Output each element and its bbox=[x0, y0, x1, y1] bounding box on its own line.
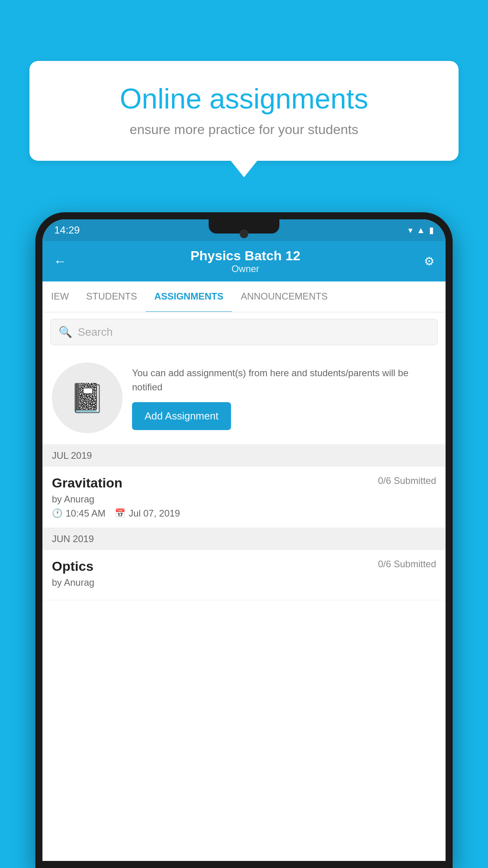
assignment-top-gravitation: Gravitation 0/6 Submitted bbox=[52, 475, 436, 491]
app-bar-subtitle: Owner bbox=[191, 263, 301, 274]
app-bar-title: Physics Batch 12 bbox=[191, 248, 301, 263]
calendar-icon-gravitation: 📅 bbox=[115, 508, 125, 519]
section-header-jun-label: JUN 2019 bbox=[52, 533, 94, 544]
phone-notch bbox=[209, 219, 279, 234]
clock-icon-gravitation: 🕐 bbox=[52, 508, 62, 519]
speech-bubble-container: Online assignments ensure more practice … bbox=[29, 61, 459, 161]
add-assignment-button[interactable]: Add Assignment bbox=[132, 402, 231, 430]
back-button[interactable]: ← bbox=[53, 254, 67, 269]
promo-content: You can add assignment(s) from here and … bbox=[132, 366, 436, 430]
section-header-jun: JUN 2019 bbox=[42, 528, 446, 550]
wifi-icon: ▾ bbox=[408, 225, 413, 235]
status-icons: ▾ ▲ ▮ bbox=[408, 225, 434, 235]
settings-button[interactable]: ⚙ bbox=[424, 254, 435, 268]
section-header-jul: JUL 2019 bbox=[42, 445, 446, 467]
app-bar: ← Physics Batch 12 Owner ⚙ bbox=[42, 241, 446, 281]
assignment-top-optics: Optics 0/6 Submitted bbox=[52, 559, 436, 574]
search-icon: 🔍 bbox=[59, 326, 72, 338]
assignment-submitted-gravitation: 0/6 Submitted bbox=[378, 475, 436, 486]
assignment-name-gravitation: Gravitation bbox=[52, 475, 122, 491]
assignment-name-optics: Optics bbox=[52, 559, 94, 574]
notebook-icon: 📓 bbox=[70, 381, 105, 415]
battery-icon: ▮ bbox=[429, 225, 434, 235]
promo-text: You can add assignment(s) from here and … bbox=[132, 366, 436, 394]
tab-assignments[interactable]: ASSIGNMENTS bbox=[146, 281, 232, 313]
phone-camera bbox=[240, 230, 248, 238]
assignment-date-gravitation: 📅 Jul 07, 2019 bbox=[115, 508, 180, 519]
section-header-jul-label: JUL 2019 bbox=[52, 450, 92, 461]
tab-iew[interactable]: IEW bbox=[42, 281, 77, 312]
assignment-date-value-gravitation: Jul 07, 2019 bbox=[128, 508, 180, 519]
assignment-time-value-gravitation: 10:45 AM bbox=[66, 508, 105, 519]
app-bar-center: Physics Batch 12 Owner bbox=[191, 248, 301, 274]
search-bar-container: 🔍 Search bbox=[42, 313, 446, 351]
speech-bubble-subtitle: ensure more practice for your students bbox=[55, 122, 433, 137]
tabs-bar: IEW STUDENTS ASSIGNMENTS ANNOUNCEMENTS bbox=[42, 281, 446, 313]
tab-announcements[interactable]: ANNOUNCEMENTS bbox=[232, 281, 336, 312]
speech-bubble-title: Online assignments bbox=[55, 83, 433, 115]
tab-students[interactable]: STUDENTS bbox=[77, 281, 145, 312]
assignment-time-gravitation: 🕐 10:45 AM bbox=[52, 508, 105, 519]
speech-bubble: Online assignments ensure more practice … bbox=[29, 61, 459, 161]
assignment-meta-gravitation: 🕐 10:45 AM 📅 Jul 07, 2019 bbox=[52, 508, 436, 519]
assignment-by-optics: by Anurag bbox=[52, 577, 436, 588]
search-bar[interactable]: 🔍 Search bbox=[50, 319, 438, 345]
promo-icon-circle: 📓 bbox=[52, 362, 123, 433]
phone-frame: 14:29 ▾ ▲ ▮ ← Physics Batch 12 Owner ⚙ I… bbox=[35, 212, 453, 868]
assignment-item-gravitation[interactable]: Gravitation 0/6 Submitted by Anurag 🕐 10… bbox=[42, 467, 446, 528]
phone-screen: 14:29 ▾ ▲ ▮ ← Physics Batch 12 Owner ⚙ I… bbox=[42, 219, 446, 861]
signal-icon: ▲ bbox=[416, 225, 425, 235]
assignment-submitted-optics: 0/6 Submitted bbox=[378, 559, 436, 570]
status-time: 14:29 bbox=[54, 224, 80, 236]
promo-section: 📓 You can add assignment(s) from here an… bbox=[42, 351, 446, 445]
assignment-by-gravitation: by Anurag bbox=[52, 494, 436, 505]
search-placeholder: Search bbox=[78, 326, 113, 338]
assignment-item-optics[interactable]: Optics 0/6 Submitted by Anurag bbox=[42, 550, 446, 600]
